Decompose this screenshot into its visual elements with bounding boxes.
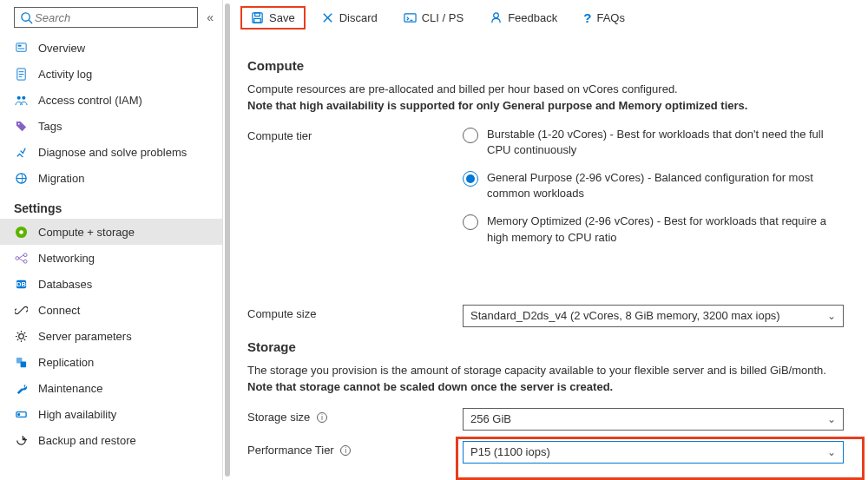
radio-burstable[interactable]: Burstable (1-20 vCores) - Best for workl… bbox=[463, 127, 844, 158]
sidebar-item-server-params[interactable]: Server parameters bbox=[0, 323, 222, 349]
radio-memory-optimized[interactable]: Memory Optimized (2-96 vCores) - Best fo… bbox=[463, 214, 844, 245]
radio-general-purpose[interactable]: General Purpose (2-96 vCores) - Balanced… bbox=[463, 170, 844, 201]
compute-size-label: Compute size bbox=[247, 305, 463, 320]
storage-size-label: Storage size i bbox=[247, 408, 463, 424]
sidebar-item-overview[interactable]: Overview bbox=[0, 35, 222, 61]
sidebar-item-databases[interactable]: DB Databases bbox=[0, 271, 222, 297]
compute-title: Compute bbox=[247, 58, 844, 73]
sidebar-item-connect[interactable]: Connect bbox=[0, 297, 222, 323]
discard-button[interactable]: Discard bbox=[311, 6, 388, 30]
svg-point-22 bbox=[18, 333, 23, 339]
chevron-down-icon: ⌄ bbox=[827, 310, 836, 322]
radio-label: Burstable (1-20 vCores) - Best for workl… bbox=[487, 127, 844, 158]
storage-desc-note: Note that storage cannot be scaled down … bbox=[247, 380, 613, 393]
storage-desc-text: The storage you provision is the amount … bbox=[247, 364, 826, 377]
sidebar-item-activity-log[interactable]: Activity log bbox=[0, 61, 222, 87]
sidebar: « Overview Activity log Access control (… bbox=[0, 0, 223, 480]
feedback-label: Feedback bbox=[508, 11, 557, 24]
sidebar-item-label: Migration bbox=[38, 172, 84, 185]
sidebar-item-tags[interactable]: Tags bbox=[0, 113, 222, 139]
svg-line-19 bbox=[18, 258, 23, 261]
feedback-button[interactable]: Feedback bbox=[479, 6, 568, 30]
migration-icon bbox=[14, 171, 28, 185]
sidebar-item-label: Access control (IAM) bbox=[38, 94, 142, 107]
compute-description: Compute resources are pre-allocated and … bbox=[247, 82, 844, 115]
svg-rect-3 bbox=[17, 44, 21, 46]
faqs-label: FAQs bbox=[596, 11, 625, 24]
sidebar-item-replication[interactable]: Replication bbox=[0, 349, 222, 375]
performance-tier-label: Performance Tier i bbox=[247, 441, 463, 457]
cli-label: CLI / PS bbox=[422, 11, 464, 24]
high-availability-icon bbox=[14, 407, 28, 421]
sidebar-item-label: Tags bbox=[38, 120, 62, 133]
svg-text:DB: DB bbox=[16, 280, 26, 288]
faqs-button[interactable]: ? FAQs bbox=[573, 5, 635, 30]
chevron-down-icon: ⌄ bbox=[827, 413, 836, 425]
svg-point-26 bbox=[17, 413, 19, 415]
svg-point-0 bbox=[22, 12, 30, 20]
save-label: Save bbox=[269, 11, 295, 24]
storage-description: The storage you provision is the amount … bbox=[247, 363, 844, 396]
svg-point-16 bbox=[23, 253, 27, 256]
storage-size-value: 256 GiB bbox=[470, 412, 511, 425]
networking-icon bbox=[14, 251, 28, 265]
svg-point-33 bbox=[494, 13, 499, 18]
svg-rect-2 bbox=[16, 43, 25, 50]
sidebar-item-compute-storage[interactable]: Compute + storage bbox=[0, 219, 222, 245]
main-panel: Save Discard CLI / PS Feedback bbox=[223, 0, 868, 480]
svg-rect-4 bbox=[17, 48, 24, 49]
info-icon[interactable]: i bbox=[340, 445, 351, 456]
compute-size-value: Standard_D2ds_v4 (2 vCores, 8 GiB memory… bbox=[470, 309, 780, 322]
diagnose-icon bbox=[14, 145, 28, 159]
save-icon bbox=[251, 11, 264, 24]
sidebar-item-label: Activity log bbox=[38, 68, 92, 81]
sidebar-section-settings: Settings bbox=[0, 191, 222, 219]
sidebar-item-migration[interactable]: Migration bbox=[0, 165, 222, 191]
svg-rect-29 bbox=[254, 18, 261, 23]
sidebar-item-label: Maintenance bbox=[38, 382, 102, 395]
compute-size-dropdown[interactable]: Standard_D2ds_v4 (2 vCores, 8 GiB memory… bbox=[463, 305, 844, 327]
replication-icon bbox=[14, 355, 28, 369]
sidebar-item-label: Compute + storage bbox=[38, 226, 135, 239]
sidebar-item-maintenance[interactable]: Maintenance bbox=[0, 375, 222, 401]
sidebar-item-networking[interactable]: Networking bbox=[0, 245, 222, 271]
svg-line-1 bbox=[29, 20, 32, 23]
radio-icon bbox=[463, 128, 478, 143]
server-params-icon bbox=[14, 329, 28, 343]
sidebar-item-label: Server parameters bbox=[38, 330, 132, 343]
svg-rect-24 bbox=[20, 361, 26, 367]
radio-icon bbox=[463, 171, 478, 187]
sidebar-item-label: Diagnose and solve problems bbox=[38, 146, 187, 159]
save-button[interactable]: Save bbox=[240, 6, 306, 30]
content-area: Compute Compute resources are pre-alloca… bbox=[223, 36, 868, 480]
sidebar-item-label: Networking bbox=[38, 252, 95, 265]
tags-icon bbox=[14, 119, 28, 133]
performance-tier-value: P15 (1100 iops) bbox=[470, 445, 550, 458]
scrollbar[interactable] bbox=[225, 3, 230, 477]
sidebar-item-backup-restore[interactable]: Backup and restore bbox=[0, 427, 222, 453]
access-control-icon bbox=[14, 93, 28, 107]
faqs-icon: ? bbox=[583, 10, 591, 25]
sidebar-item-diagnose[interactable]: Diagnose and solve problems bbox=[0, 139, 222, 165]
overview-icon bbox=[14, 41, 28, 55]
sidebar-item-label: Overview bbox=[38, 42, 85, 55]
connect-icon bbox=[14, 303, 28, 317]
compute-desc-note: Note that high availability is supported… bbox=[247, 99, 747, 112]
search-input[interactable] bbox=[14, 7, 198, 28]
maintenance-icon bbox=[14, 381, 28, 395]
search-field[interactable] bbox=[33, 10, 192, 25]
search-icon bbox=[20, 10, 33, 24]
info-icon[interactable]: i bbox=[317, 412, 327, 423]
cli-icon bbox=[404, 11, 417, 24]
storage-size-dropdown[interactable]: 256 GiB ⌄ bbox=[463, 408, 844, 431]
svg-point-11 bbox=[17, 122, 19, 124]
svg-point-14 bbox=[19, 230, 23, 234]
svg-rect-28 bbox=[255, 13, 260, 16]
sidebar-item-high-availability[interactable]: High availability bbox=[0, 401, 222, 427]
cli-button[interactable]: CLI / PS bbox=[393, 6, 474, 30]
collapse-sidebar-button[interactable]: « bbox=[207, 10, 214, 24]
compute-desc-text: Compute resources are pre-allocated and … bbox=[247, 82, 678, 95]
sidebar-item-label: Replication bbox=[38, 356, 94, 369]
performance-tier-dropdown[interactable]: P15 (1100 iops) ⌄ bbox=[463, 441, 844, 464]
sidebar-item-access-control[interactable]: Access control (IAM) bbox=[0, 87, 222, 113]
